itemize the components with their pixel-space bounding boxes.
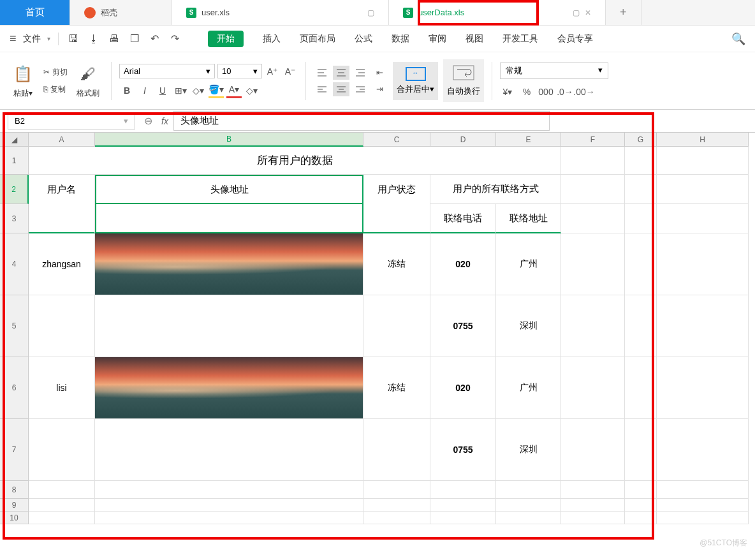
align-bottom-icon[interactable] [352, 66, 369, 80]
tab-userdata-xls[interactable]: S userData.xls ▢ ✕ [389, 0, 606, 25]
cell[interactable] [496, 481, 561, 499]
cell[interactable] [657, 481, 749, 499]
tab-home[interactable]: 首页 [0, 0, 70, 25]
bold-button[interactable]: B [119, 83, 135, 98]
cell[interactable] [363, 512, 430, 524]
cell-phone[interactable]: 020 [430, 357, 496, 419]
cell[interactable] [561, 419, 625, 481]
hamburger-icon[interactable]: ≡ [10, 32, 17, 45]
cell[interactable] [430, 499, 496, 512]
cell[interactable] [561, 499, 625, 512]
copy-button[interactable]: ⎘ 复制 [43, 84, 68, 95]
increase-decimal-button[interactable]: .0→ [557, 84, 573, 99]
format-painter-label[interactable]: 格式刷 [77, 88, 99, 99]
cell-phone[interactable]: 0755 [430, 295, 496, 357]
format-painter-icon[interactable]: 🖌 [77, 63, 99, 85]
detach-icon[interactable]: ▢ [573, 8, 580, 17]
cell[interactable] [625, 357, 657, 419]
formula-input[interactable]: 头像地址 [173, 111, 550, 131]
cell-address[interactable]: 深圳 [496, 419, 561, 481]
fill-shape-button[interactable]: ◇▾ [191, 83, 206, 98]
cell[interactable] [625, 233, 657, 295]
cell[interactable] [561, 204, 625, 233]
search-icon[interactable]: 🔍 [731, 32, 745, 46]
cell[interactable] [29, 481, 95, 499]
fx-icon[interactable]: fx [161, 116, 168, 126]
number-format-select[interactable]: 常规▾ [500, 63, 608, 79]
auto-wrap-button[interactable]: 自动换行 [443, 59, 484, 102]
eraser-button[interactable]: ◇▾ [244, 83, 260, 98]
cell[interactable] [561, 175, 625, 204]
file-menu[interactable]: 文件 [23, 33, 41, 45]
cell-status[interactable]: 冻结 [363, 357, 430, 419]
cell-status-header[interactable]: 用户状态 [363, 175, 430, 204]
cell[interactable] [430, 512, 496, 524]
row-header-7[interactable]: 7 [0, 419, 29, 481]
row-header-5[interactable]: 5 [0, 295, 29, 357]
cell-phone[interactable]: 0755 [430, 419, 496, 481]
cell-status[interactable] [363, 295, 430, 357]
cell-username[interactable] [29, 419, 95, 481]
print-icon[interactable]: 🖶 [107, 32, 121, 46]
cell-username[interactable]: zhangsan [29, 233, 95, 295]
row-header-2[interactable]: 2 [0, 175, 29, 204]
cell[interactable] [561, 233, 625, 295]
cell[interactable] [657, 147, 749, 175]
cell[interactable] [430, 481, 496, 499]
row-header-8[interactable]: 8 [0, 481, 29, 499]
zoom-out-icon[interactable]: ⊖ [144, 115, 152, 127]
name-box[interactable]: B2▾ [8, 112, 135, 129]
menu-view[interactable]: 视图 [465, 33, 483, 45]
menu-data[interactable]: 数据 [392, 33, 409, 45]
cell[interactable] [657, 233, 749, 295]
col-header-B[interactable]: B [95, 133, 363, 147]
font-size-select[interactable]: 10▾ [217, 64, 262, 78]
col-header-H[interactable]: H [657, 133, 749, 147]
cell[interactable] [625, 147, 657, 175]
comma-button[interactable]: 000 [538, 84, 553, 99]
cell[interactable] [95, 499, 363, 512]
cell[interactable] [363, 481, 430, 499]
cell[interactable] [657, 357, 749, 419]
cell-contacts-header[interactable]: 用户的所有联络方式 [430, 175, 561, 204]
cell[interactable] [29, 204, 95, 233]
font-name-select[interactable]: Arial▾ [119, 64, 215, 78]
cell[interactable] [625, 295, 657, 357]
cell[interactable] [363, 499, 430, 512]
export-icon[interactable]: ⭳ [87, 32, 101, 46]
row-header-4[interactable]: 4 [0, 233, 29, 295]
increase-font-icon[interactable]: A⁺ [265, 64, 280, 79]
cell[interactable] [625, 512, 657, 524]
cut-button[interactable]: ✂ 剪切 [43, 67, 68, 78]
cell[interactable] [657, 512, 749, 524]
cell[interactable] [657, 204, 749, 233]
cell[interactable] [95, 512, 363, 524]
increase-indent-icon[interactable]: ⇥ [371, 82, 388, 96]
cell-address[interactable]: 深圳 [496, 295, 561, 357]
undo-icon[interactable]: ↶ [148, 32, 162, 46]
cell[interactable] [29, 512, 95, 524]
cell[interactable] [561, 357, 625, 419]
cell[interactable] [95, 204, 363, 233]
tab-daoke[interactable]: 稻壳 [70, 0, 172, 25]
cell-address[interactable]: 广州 [496, 233, 561, 295]
decrease-indent-icon[interactable]: ⇤ [371, 66, 388, 80]
cell[interactable] [625, 204, 657, 233]
decrease-decimal-button[interactable]: .00→ [576, 84, 592, 99]
cell-address[interactable]: 广州 [496, 357, 561, 419]
col-header-F[interactable]: F [561, 133, 625, 147]
italic-button[interactable]: I [137, 83, 152, 98]
tab-user-xls[interactable]: S user.xls ▢ [172, 0, 389, 25]
row-header-6[interactable]: 6 [0, 357, 29, 419]
cell[interactable] [95, 481, 363, 499]
cell-status[interactable] [363, 419, 430, 481]
menu-page-layout[interactable]: 页面布局 [300, 33, 335, 45]
fill-color-button[interactable]: 🪣▾ [209, 83, 224, 98]
cell[interactable] [625, 175, 657, 204]
cell[interactable] [657, 499, 749, 512]
menu-review[interactable]: 审阅 [429, 33, 446, 45]
col-header-C[interactable]: C [363, 133, 430, 147]
cell[interactable] [625, 481, 657, 499]
row-header-10[interactable]: 10 [0, 512, 29, 524]
col-header-A[interactable]: A [29, 133, 95, 147]
